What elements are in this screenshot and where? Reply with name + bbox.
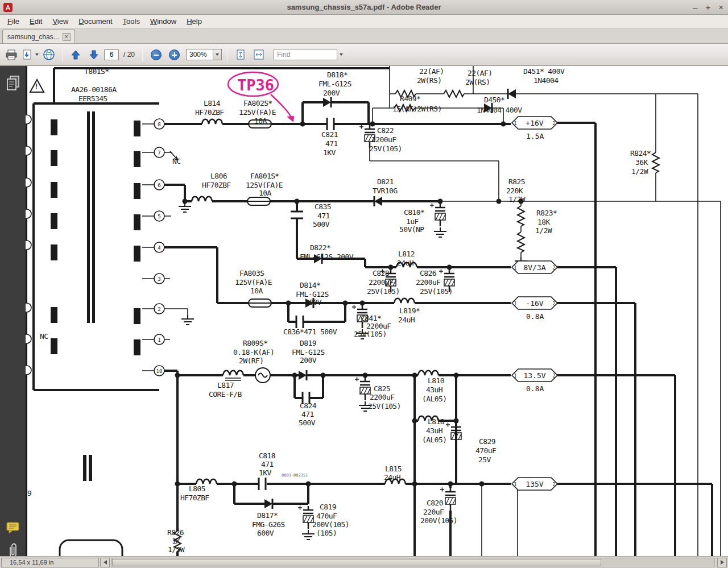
scroll-mode-icon xyxy=(235,49,246,60)
zoom-dropdown-button[interactable] xyxy=(213,49,222,60)
schematic-label: 1K xyxy=(172,537,180,545)
document-canvas[interactable]: 8765432110+16V121.5A8V/3A12-16V120.8A13.… xyxy=(26,66,728,556)
export-button[interactable] xyxy=(22,47,39,63)
schematic-label: L805 xyxy=(189,484,205,493)
schematic-label: 470uF xyxy=(475,446,496,455)
comment-icon xyxy=(6,521,20,534)
schematic-label: 1N4004 xyxy=(533,76,558,85)
menu-help[interactable]: Help xyxy=(181,15,207,27)
zoom-level-value[interactable]: 300% xyxy=(186,49,213,60)
menu-file[interactable]: File xyxy=(2,15,24,27)
comments-panel-button[interactable] xyxy=(6,521,20,537)
schematic-label: 2W(RS) xyxy=(465,78,490,86)
schematic-label: AA26-00186A xyxy=(71,85,117,94)
schematic-label: 10A xyxy=(259,189,271,197)
zoom-in-icon xyxy=(169,49,180,60)
schematic-label: HF70ZBF xyxy=(195,108,224,117)
schematic-label: FA801S* xyxy=(250,172,279,180)
close-button[interactable]: × xyxy=(718,0,723,15)
page-number-input[interactable] xyxy=(104,49,119,60)
schematic-label: C824 xyxy=(300,401,316,410)
web-button[interactable] xyxy=(41,47,57,63)
fit-window-icon xyxy=(253,49,264,60)
pages-panel-button[interactable] xyxy=(6,75,20,93)
menu-document[interactable]: Document xyxy=(73,15,117,27)
schematic-label: D451* 400V xyxy=(523,67,564,76)
zoom-out-button[interactable] xyxy=(148,47,164,63)
schematic-label: 8801-002351 xyxy=(282,473,308,478)
schematic-label: FA802S* xyxy=(243,99,272,107)
next-page-button[interactable] xyxy=(86,47,102,63)
schematic-label: 22(AF) xyxy=(419,67,444,76)
maximize-button[interactable]: + xyxy=(705,0,710,15)
schematic-label: NC xyxy=(40,332,48,341)
schematic-label: 1/2W xyxy=(508,195,525,204)
schematic-label: 9 xyxy=(27,489,31,497)
schematic-label: FML-G12S xyxy=(296,290,329,298)
schematic-label: 2200uF xyxy=(366,322,391,330)
schematic-label: 200V xyxy=(300,356,316,364)
zoom-in-button[interactable] xyxy=(166,47,182,63)
schematic-label: C818 xyxy=(259,451,275,460)
schematic-label: FMG-G26S xyxy=(252,520,285,529)
schematic-label: C841* xyxy=(361,314,381,322)
schematic-label: 2200uF xyxy=(370,393,394,401)
scroll-right-button[interactable] xyxy=(717,558,727,567)
schematic-label: 1KV xyxy=(323,148,336,157)
schematic-label: (AL05) xyxy=(422,395,446,403)
menu-edit[interactable]: Edit xyxy=(24,15,47,27)
schematic-label: 471 xyxy=(325,139,338,148)
schematic-label: 25V(105) xyxy=(420,287,453,296)
schematic-label: FML-G12S xyxy=(292,348,325,356)
scroll-left-button[interactable] xyxy=(100,558,110,567)
left-arrow-icon xyxy=(104,560,107,565)
schematic-label: EER5345 xyxy=(78,94,107,103)
find-input[interactable] xyxy=(274,49,337,60)
scroll-mode-button[interactable] xyxy=(233,47,249,63)
schematic-label: TP36 xyxy=(237,76,274,94)
print-button[interactable] xyxy=(3,47,19,63)
schematic-label: 1/2W xyxy=(535,226,552,235)
schematic-label: 500V xyxy=(299,418,315,427)
minimize-button[interactable]: – xyxy=(693,0,697,15)
schematic-label: 24uH xyxy=(397,259,413,267)
globe-icon xyxy=(43,48,55,61)
schematic-label: C825 xyxy=(374,384,390,393)
export-icon xyxy=(22,49,35,60)
schematic-label: 125V(FA)E xyxy=(235,278,272,287)
schematic-label: FML-G12S 200V xyxy=(300,252,353,261)
schematic-label: 36K xyxy=(635,158,648,167)
schematic-label: 15(AF)2W(RS) xyxy=(392,105,442,113)
schematic-label: 125V(FA)E xyxy=(239,108,276,117)
schematic-label: R823* xyxy=(536,209,557,217)
schematic-label: D817* xyxy=(257,511,278,520)
schematic-labels-layer: T801S*AA26-00186AEER5345!TP36D818*FML-G1… xyxy=(26,66,728,556)
schematic-label: C835 xyxy=(315,202,331,211)
chevron-down-icon xyxy=(340,53,343,56)
right-arrow-icon xyxy=(721,560,724,565)
schematic-label: 1KV xyxy=(259,469,271,477)
pages-icon xyxy=(6,75,20,91)
find-dropdown-button[interactable] xyxy=(337,49,345,60)
schematic-label: C819 xyxy=(320,503,336,511)
menu-view[interactable]: View xyxy=(47,15,73,27)
menu-tools[interactable]: Tools xyxy=(118,15,145,27)
adobe-reader-window: A samsung_chassis_s57a.pdf - Adobe Reade… xyxy=(0,0,728,568)
schematic-label: C826 xyxy=(420,269,436,277)
tab-close-icon[interactable]: × xyxy=(63,33,71,41)
schematic-label: 24uH xyxy=(384,473,400,482)
menu-window[interactable]: Window xyxy=(145,15,181,27)
scrollbar-thumb[interactable] xyxy=(112,559,601,566)
schematic-label: 10A xyxy=(254,117,267,125)
schematic-label: R809S* xyxy=(243,339,267,347)
schematic-label: 200V xyxy=(305,298,321,306)
down-arrow-icon xyxy=(89,50,98,60)
schematic-label: L806 xyxy=(210,172,227,180)
schematic-label: 43uH xyxy=(426,426,442,435)
horizontal-scrollbar[interactable] xyxy=(111,558,715,567)
schematic-label: 25V xyxy=(478,455,491,464)
schematic-label: NC xyxy=(172,157,180,165)
document-tab[interactable]: samsung_chas... × xyxy=(2,30,75,43)
previous-page-button[interactable] xyxy=(68,47,84,63)
fit-window-button[interactable] xyxy=(251,47,267,63)
